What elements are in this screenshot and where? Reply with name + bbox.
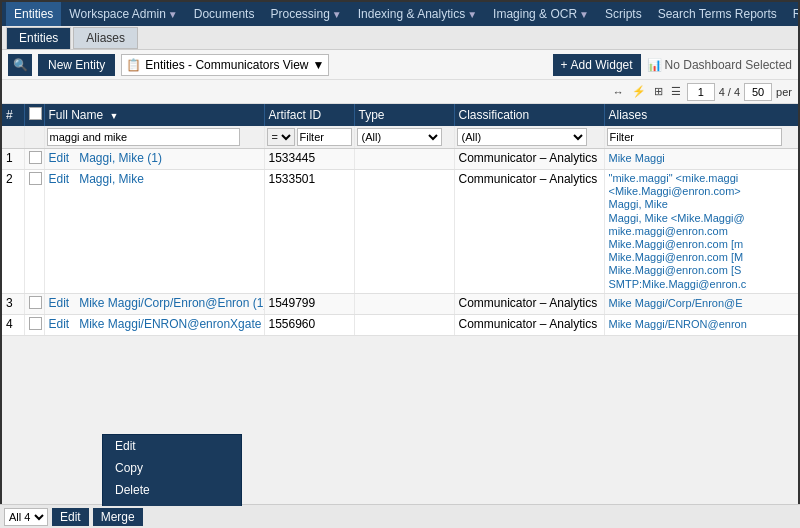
row-aliases: Mike Maggi/ENRON@enron [604,314,798,335]
table-row: 2 Edit Maggi, Mike 1533501 Communicator … [2,170,798,294]
entity-name-link[interactable]: Mike Maggi/ENRON@enronXgate [79,317,261,331]
nav-imaging-ocr[interactable]: Imaging & OCR ▼ [485,2,597,26]
add-icon: + [561,58,568,72]
row-classification: Communicator – Analytics [454,314,604,335]
row-edit-link[interactable]: Edit [49,317,70,331]
entity-name-link[interactable]: Maggi, Mike [79,172,144,186]
row-check [24,293,44,314]
no-dashboard-indicator: 📊 No Dashboard Selected [647,58,792,72]
view-selector[interactable]: 📋 Entities - Communicators View ▼ [121,54,329,76]
context-menu-copy[interactable]: Copy [103,457,241,479]
bottom-merge-button[interactable]: Merge [93,508,143,526]
row-aliases: Mike Maggi [604,149,798,170]
col-header-fullname[interactable]: Full Name ▼ [44,104,264,126]
alias-link[interactable]: Mike.Maggi@enron.com [M [609,251,744,263]
context-menu-edit[interactable]: Edit [103,435,241,457]
nav-processing[interactable]: Processing ▼ [262,2,349,26]
filter-type: (All) [354,126,454,149]
nav-search-terms[interactable]: Search Terms Reports [650,2,785,26]
artifact-eq-select[interactable]: = [267,128,295,146]
select-all-checkbox[interactable] [29,107,42,120]
row-classification: Communicator – Analytics [454,293,604,314]
alias-link[interactable]: Maggi, Mike <Mike.Maggi@ [609,212,745,224]
row-num: 4 [2,314,24,335]
row-check [24,170,44,294]
row-edit-link[interactable]: Edit [49,296,70,310]
alias-link[interactable]: Mike Maggi/ENRON@enron [609,318,747,330]
row-checkbox[interactable] [29,172,42,185]
bottom-bar: All 4 Edit Merge [0,504,800,528]
search-button[interactable]: 🔍 [8,54,32,76]
type-filter-select[interactable]: (All) [357,128,443,146]
row-aliases: "mike.maggi" <mike.maggi <Mike.Maggi@enr… [604,170,798,294]
context-menu: Edit Copy Delete Replace Export to File … [102,434,242,506]
row-fullname: Edit Mike Maggi/Corp/Enron@Enron (1) [44,293,264,314]
row-num: 2 [2,170,24,294]
tab-aliases[interactable]: Aliases [73,27,138,49]
filter-icon[interactable]: ⚡ [630,85,648,98]
sort-icon: ▼ [110,111,119,121]
dropdown-arrow-icon: ▼ [332,9,342,20]
row-artifact: 1533445 [264,149,354,170]
fullname-filter-input[interactable] [47,128,241,146]
nav-entities[interactable]: Entities [6,2,61,26]
columns-icon[interactable]: ☰ [669,85,683,98]
row-edit-link[interactable]: Edit [49,172,70,186]
new-entity-button[interactable]: New Entity [38,54,115,76]
grid-icon[interactable]: ⊞ [652,85,665,98]
nav-workspace-admin[interactable]: Workspace Admin ▼ [61,2,185,26]
context-menu-delete[interactable]: Delete [103,479,241,501]
row-checkbox[interactable] [29,151,42,164]
dropdown-arrow-icon: ▼ [467,9,477,20]
nav-indexing-analytics[interactable]: Indexing & Analytics ▼ [350,2,485,26]
arrows-icon: ↔ [611,86,626,98]
row-checkbox[interactable] [29,296,42,309]
add-widget-button[interactable]: + Add Widget [553,54,641,76]
bottom-edit-button[interactable]: Edit [52,508,89,526]
page-number-input[interactable] [687,83,715,101]
search-icon: 🔍 [13,58,28,72]
col-header-check[interactable] [24,104,44,126]
row-type [354,149,454,170]
alias-link[interactable]: Mike.Maggi@enron.com [S [609,264,742,276]
alias-link[interactable]: <Mike.Maggi@enron.com> [609,185,741,197]
row-type [354,170,454,294]
alias-link[interactable]: mike.maggi@enron.com [609,225,728,237]
entity-name-link[interactable]: Mike Maggi/Corp/Enron@Enron (1) [79,296,264,310]
row-artifact: 1556960 [264,314,354,335]
row-classification: Communicator – Analytics [454,149,604,170]
filter-num [2,126,24,149]
tab-bar: Entities Aliases [2,26,798,50]
per-label: per [776,86,792,98]
row-edit-link[interactable]: Edit [49,151,70,165]
entity-name-link[interactable]: Maggi, Mike (1) [79,151,162,165]
context-menu-replace[interactable]: Replace [103,501,241,506]
col-header-aliases: Aliases [604,104,798,126]
row-fullname: Edit Mike Maggi/ENRON@enronXgate [44,314,264,335]
alias-link[interactable]: SMTP:Mike.Maggi@enron.c [609,278,747,290]
aliases-filter-input[interactable] [607,128,783,146]
nav-documents[interactable]: Documents [186,2,263,26]
artifact-filter-input[interactable] [297,128,352,146]
dropdown-arrow-icon: ▼ [579,9,589,20]
all-select[interactable]: All 4 [4,508,48,526]
alias-link[interactable]: Mike.Maggi@enron.com [m [609,238,744,250]
row-checkbox[interactable] [29,317,42,330]
dashboard-icon: 📊 [647,58,662,72]
col-header-classification: Classification [454,104,604,126]
alias-link[interactable]: "mike.maggi" <mike.maggi [609,172,739,184]
nav-reporting[interactable]: Reporting ▼ [785,2,800,26]
view-dropdown-icon: ▼ [313,58,325,72]
nav-scripts[interactable]: Scripts [597,2,650,26]
alias-link[interactable]: Maggi, Mike [609,198,668,210]
col-header-num: # [2,104,24,126]
entity-table: # Full Name ▼ Artifact ID Type Classific… [2,104,798,336]
row-fullname: Edit Maggi, Mike (1) [44,149,264,170]
tab-entities[interactable]: Entities [6,27,71,49]
toolbar: 🔍 New Entity 📋 Entities - Communicators … [2,50,798,80]
classification-filter-select[interactable]: (All) [457,128,588,146]
row-aliases: Mike Maggi/Corp/Enron@E [604,293,798,314]
alias-link[interactable]: Mike Maggi/Corp/Enron@E [609,297,743,309]
alias-link[interactable]: Mike Maggi [609,152,665,164]
per-page-input[interactable] [744,83,772,101]
